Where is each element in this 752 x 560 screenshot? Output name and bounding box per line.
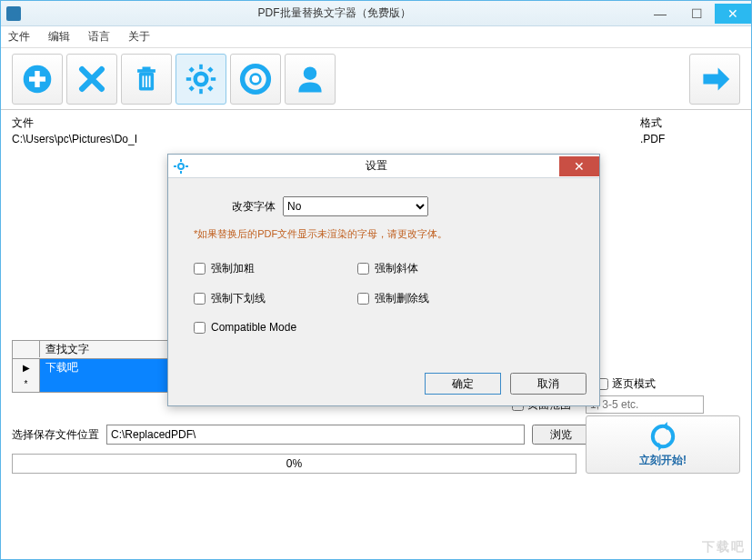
refresh-icon <box>648 422 677 451</box>
row-indicator: ▶ <box>13 359 40 375</box>
svg-rect-26 <box>185 165 188 167</box>
svg-point-20 <box>304 66 316 79</box>
user-button[interactable] <box>285 54 336 105</box>
file-table-header: 文件 格式 <box>1 110 751 133</box>
menu-about[interactable]: 关于 <box>128 29 150 45</box>
force-italic-checkbox[interactable]: 强制斜体 <box>357 261 521 276</box>
svg-rect-7 <box>145 75 147 87</box>
svg-rect-15 <box>207 66 213 72</box>
maximize-button[interactable]: ☐ <box>678 4 715 24</box>
watermark: 下载吧 <box>702 539 746 555</box>
main-window: PDF批量替换文字器（免费版） — ☐ ✕ 文件 编辑 语言 关于 文件 格式 … <box>0 0 752 560</box>
save-path-input[interactable] <box>106 425 525 445</box>
window-title: PDF批量替换文字器（免费版） <box>26 5 642 21</box>
save-location-label: 选择保存文件位置 <box>12 427 99 443</box>
svg-rect-11 <box>199 88 203 93</box>
settings-dialog: 设置 ✕ 改变字体 No *如果替换后的PDF文件显示未渲染的字母，请更改字体。… <box>167 154 600 406</box>
file-row[interactable]: C:\Users\pc\Pictures\Do_I .PDF <box>1 133 751 145</box>
start-button[interactable]: 立刻开始! <box>586 415 740 474</box>
close-button[interactable]: ✕ <box>715 4 751 24</box>
clear-button[interactable] <box>121 54 172 105</box>
dialog-hint: *如果替换后的PDF文件显示未渲染的字母，请更改字体。 <box>194 227 574 241</box>
svg-rect-13 <box>211 77 216 81</box>
svg-rect-25 <box>174 165 176 167</box>
svg-rect-16 <box>188 85 194 91</box>
force-bold-checkbox[interactable]: 强制加粗 <box>194 261 357 276</box>
titlebar: PDF批量替换文字器（免费版） — ☐ ✕ <box>1 1 751 26</box>
file-path-cell: C:\Users\pc\Pictures\Do_I <box>12 133 640 145</box>
row-new-indicator: * <box>13 375 40 392</box>
menubar: 文件 编辑 语言 关于 <box>1 26 751 48</box>
next-button[interactable] <box>689 54 740 105</box>
toolbar <box>1 48 751 110</box>
change-font-label: 改变字体 <box>232 199 276 215</box>
minimize-button[interactable]: — <box>642 4 678 24</box>
svg-point-22 <box>178 164 184 169</box>
force-underline-checkbox[interactable]: 强制下划线 <box>194 291 357 306</box>
add-button[interactable] <box>12 54 63 105</box>
force-strike-checkbox[interactable]: 强制删除线 <box>357 291 521 306</box>
svg-point-19 <box>251 74 261 84</box>
remove-button[interactable] <box>66 54 117 105</box>
svg-rect-6 <box>143 75 145 87</box>
svg-rect-12 <box>186 77 191 81</box>
col-format-header: 格式 <box>640 115 740 131</box>
svg-rect-14 <box>188 66 194 72</box>
app-icon <box>6 6 21 21</box>
svg-rect-2 <box>29 76 45 81</box>
compatible-mode-checkbox[interactable]: Compatible Mode <box>194 321 357 334</box>
menu-edit[interactable]: 编辑 <box>48 29 70 45</box>
dialog-title: 设置 <box>194 158 559 174</box>
page-mode-checkbox[interactable]: 逐页模式 <box>597 376 656 392</box>
svg-rect-17 <box>207 85 213 91</box>
browse-button[interactable]: 浏览 <box>532 425 590 445</box>
help-button[interactable] <box>230 54 281 105</box>
svg-point-9 <box>196 73 207 85</box>
svg-rect-10 <box>199 64 203 68</box>
svg-rect-8 <box>149 75 151 87</box>
row-header-blank <box>13 341 40 357</box>
dialog-close-button[interactable]: ✕ <box>559 156 599 176</box>
svg-rect-5 <box>143 66 151 70</box>
menu-file[interactable]: 文件 <box>8 29 30 45</box>
svg-rect-23 <box>180 159 182 162</box>
menu-language[interactable]: 语言 <box>88 29 110 45</box>
dialog-cancel-button[interactable]: 取消 <box>510 373 587 395</box>
change-font-select[interactable]: No <box>283 196 428 216</box>
progress-bar: 0% <box>12 454 577 474</box>
svg-point-21 <box>653 425 673 445</box>
settings-button[interactable] <box>175 54 226 105</box>
col-file-header: 文件 <box>12 115 640 131</box>
page-range-input[interactable] <box>586 395 704 414</box>
gear-icon <box>174 159 188 174</box>
dialog-ok-button[interactable]: 确定 <box>425 373 501 395</box>
svg-rect-24 <box>180 171 182 174</box>
file-format-cell: .PDF <box>640 133 740 145</box>
